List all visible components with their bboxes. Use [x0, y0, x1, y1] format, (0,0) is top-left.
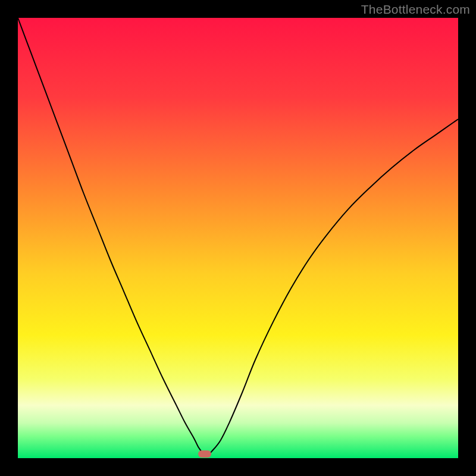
background-gradient	[18, 18, 458, 458]
watermark-text: TheBottleneck.com	[361, 2, 470, 17]
svg-rect-0	[18, 18, 458, 458]
chart-stage: TheBottleneck.com	[0, 0, 476, 476]
plot-area	[18, 18, 458, 458]
